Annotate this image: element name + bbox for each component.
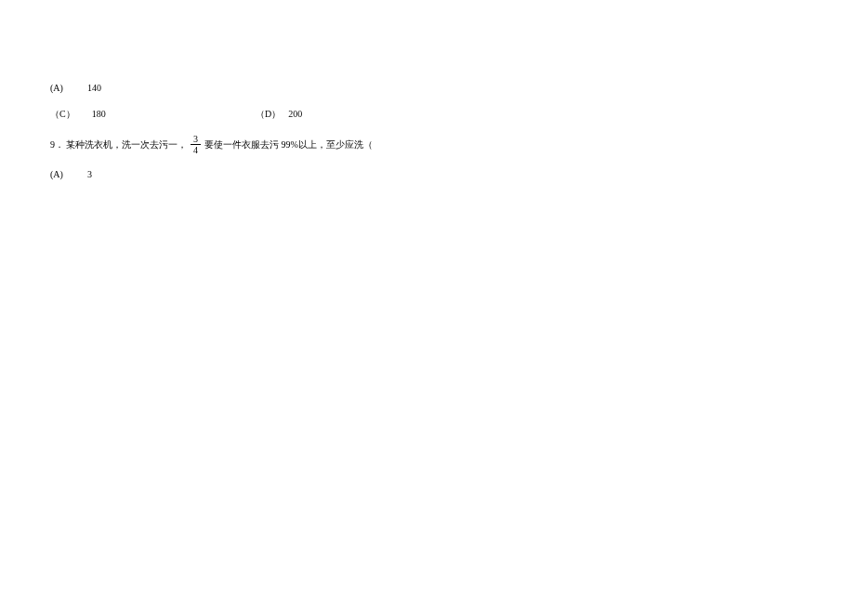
option-label-d: （D） bbox=[256, 108, 281, 121]
q9-option-value-a: 3 bbox=[87, 168, 92, 181]
option-value-a: 140 bbox=[87, 82, 101, 95]
prev-option-d: （D） 200 bbox=[256, 108, 311, 121]
fraction-numerator: 3 bbox=[191, 134, 201, 145]
option-value-d: 200 bbox=[288, 108, 302, 121]
option-value-c: 180 bbox=[92, 108, 106, 121]
prev-option-c: （C） 180 bbox=[50, 108, 256, 121]
question-9-fraction: 3 4 bbox=[191, 134, 201, 155]
prev-question-option-cd-row: （C） 180 （D） 200 bbox=[50, 108, 805, 121]
q9-option-label-a: (A) bbox=[50, 168, 63, 181]
question-9-text-before: 某种洗衣机，洗一次去污一， bbox=[66, 138, 187, 151]
prev-question-option-a-row: (A) 140 bbox=[50, 82, 805, 95]
question-9-text-after: 要使一件衣服去污 99%以上，至少应洗（ bbox=[204, 138, 373, 151]
question-9: 9． 某种洗衣机，洗一次去污一， 3 4 要使一件衣服去污 99%以上，至少应洗… bbox=[50, 134, 805, 155]
option-label-a: (A) bbox=[50, 82, 63, 95]
question-9-number: 9． bbox=[50, 138, 64, 151]
q9-option-a: (A) 3 bbox=[50, 168, 101, 181]
fraction-denominator: 4 bbox=[191, 145, 201, 155]
prev-option-a: (A) 140 bbox=[50, 82, 111, 95]
question-9-option-a-row: (A) 3 bbox=[50, 168, 805, 181]
option-label-c: （C） bbox=[50, 108, 75, 121]
